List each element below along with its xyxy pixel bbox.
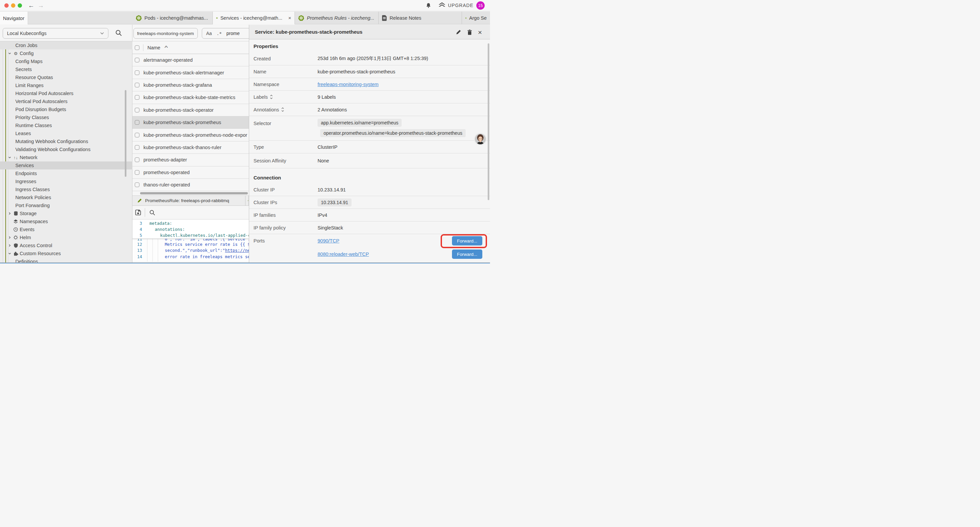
search-icon[interactable] [149, 209, 156, 216]
table-row[interactable]: kube-prometheus-stack-operator [132, 104, 249, 116]
sidebar-scrollbar[interactable] [125, 90, 126, 177]
row-checkbox[interactable] [135, 145, 139, 150]
kubernetes-icon [298, 15, 304, 21]
edit-icon[interactable] [456, 29, 461, 35]
table-row[interactable]: kube-prometheus-stack-kube-state-metrics [132, 91, 249, 104]
sidebar-item-namespaces[interactable]: Namespaces [0, 218, 132, 226]
table-row[interactable]: thanos-ruler-operated [132, 179, 249, 191]
tab-navigator[interactable]: Navigator [0, 12, 28, 24]
forward-button[interactable]: → [38, 2, 44, 10]
name-column-header[interactable]: Name [148, 45, 161, 50]
tab-services[interactable]: Services - icecheng@math... × [213, 12, 295, 24]
table-row-selected[interactable]: kube-prometheus-stack-prometheus [132, 116, 249, 129]
port-link-8080[interactable]: 8080:reloader-web/TCP [318, 252, 369, 257]
sidebar-item-storage[interactable]: Storage [0, 209, 132, 218]
row-checkbox[interactable] [135, 95, 139, 100]
forward-button-9090[interactable]: Forward... [452, 236, 482, 245]
row-checkbox[interactable] [135, 182, 139, 187]
sidebar-item-resource-quotas[interactable]: Resource Quotas [0, 73, 132, 81]
namespace-select[interactable]: freeleaps-monitoring-system [134, 28, 198, 39]
sidebar-item-leases[interactable]: Leases [0, 129, 132, 137]
table-row[interactable]: kube-prometheus-stack-prometheus-node-ex… [132, 129, 249, 141]
notifications-bell-icon[interactable] [426, 3, 431, 9]
sidebar-item-cron-jobs[interactable]: Cron Jobs [0, 41, 132, 49]
property-row-created: Created 253d 16h 6m ago (2025年1月13日 GMT+… [249, 52, 490, 65]
upgrade-button[interactable]: UPGRADE [438, 2, 473, 8]
horizontal-scrollbar[interactable] [140, 192, 248, 194]
sidebar-item-priority-classes[interactable]: Priority Classes [0, 113, 132, 121]
delete-trash-icon[interactable] [467, 29, 473, 35]
property-row-ports: Ports 9090/TCP Forward... 8080:reloader-… [249, 234, 490, 261]
table-row[interactable]: prometheus-operated [132, 166, 249, 179]
expand-updown-icon[interactable] [270, 95, 273, 99]
editor-tab-partial[interactable] [245, 196, 249, 205]
sidebar-item-ingresses[interactable]: Ingresses [0, 177, 132, 185]
tab-pods[interactable]: Pods - icecheng@mathmas... [132, 12, 213, 24]
sidebar-item-horizontal-pod-autoscalers[interactable]: Horizontal Pod Autoscalers [0, 89, 132, 97]
close-icon[interactable]: × [478, 29, 482, 35]
sidebar-item-secrets[interactable]: Secrets [0, 65, 132, 73]
sidebar-item-network[interactable]: ↑↓ Network [0, 153, 132, 161]
save-icon[interactable] [135, 209, 142, 216]
sidebar-item-limit-ranges[interactable]: Limit Ranges [0, 81, 132, 89]
row-checkbox[interactable] [135, 133, 139, 137]
kubeconfig-select[interactable]: Local Kubeconfigs [3, 28, 108, 39]
row-checkbox[interactable] [135, 108, 139, 112]
table-row[interactable]: prometheus-adapter [132, 154, 249, 166]
sidebar-item-runtime-classes[interactable]: Runtime Classes [0, 121, 132, 129]
table-row[interactable]: kube-prometheus-stack-grafana [132, 79, 249, 91]
maximize-window-button[interactable] [18, 3, 22, 8]
close-window-button[interactable] [4, 3, 9, 8]
notification-count-badge[interactable]: 15 [476, 2, 485, 10]
tab-argo[interactable]: Argo Se [462, 12, 490, 24]
table-row[interactable]: kube-prometheus-stack-alertmanager [132, 66, 249, 79]
property-row-selector: Selector app.kubernetes.io/name=promethe… [249, 116, 490, 141]
panel-scrollbar[interactable] [488, 43, 489, 200]
properties-section-heading: Properties [249, 40, 490, 52]
tab-prometheus-rules[interactable]: Prometheus Rules - icecheng... [295, 12, 379, 24]
sidebar-item-vertical-pod-autoscalers[interactable]: Vertical Pod Autoscalers [0, 97, 132, 105]
user-avatar[interactable] [474, 133, 487, 145]
row-checkbox[interactable] [135, 170, 139, 175]
namespace-link[interactable]: freeleaps-monitoring-system [318, 82, 379, 87]
table-row[interactable]: kube-prometheus-stack-thanos-ruler [132, 142, 249, 154]
sidebar-item-helm[interactable]: Helm [0, 234, 132, 242]
sidebar-item-port-forwarding[interactable]: Port Forwarding [0, 201, 132, 209]
sort-ascending-icon[interactable]: ^ [164, 45, 168, 50]
sidebar-item-config-maps[interactable]: Config Maps [0, 57, 132, 65]
row-checkbox[interactable] [135, 158, 139, 162]
port-link-9090[interactable]: 9090/TCP [318, 238, 339, 244]
sidebar-item-mutating-webhook-configurations[interactable]: Mutating Webhook Configurations [0, 137, 132, 145]
select-all-checkbox[interactable] [135, 45, 139, 50]
editor-tab-prometheusrule[interactable]: PrometheusRule: freeleaps-prod-rabbitmq [132, 196, 245, 205]
sidebar-item-access-control[interactable]: Access Control [0, 242, 132, 250]
sidebar-item-validating-webhook-configurations[interactable]: Validating Webhook Configurations [0, 145, 132, 153]
tab-release-notes[interactable]: Release Notes [379, 12, 462, 24]
sidebar-item-events[interactable]: Events [0, 226, 132, 234]
forward-button-8080[interactable]: Forward... [452, 250, 482, 259]
pencil-icon [137, 198, 142, 203]
expand-updown-icon[interactable] [281, 107, 284, 112]
row-checkbox[interactable] [135, 70, 139, 75]
minimize-window-button[interactable] [11, 3, 15, 8]
row-checkbox[interactable] [135, 58, 139, 62]
sidebar-item-pod-disruption-budgets[interactable]: Pod Disruption Budgets [0, 105, 132, 113]
search-icon[interactable] [115, 29, 122, 37]
sidebar-item-network-policies[interactable]: Network Policies [0, 193, 132, 201]
table-row[interactable]: alertmanager-operated [132, 54, 249, 66]
sidebar-item-custom-resources[interactable]: Custom Resources [0, 250, 132, 258]
row-checkbox[interactable] [135, 83, 139, 88]
row-checkbox[interactable] [135, 120, 139, 125]
close-tab-icon[interactable]: × [288, 15, 291, 21]
filter-input[interactable]: Aa .* prome [202, 28, 249, 39]
sidebar-item-endpoints[interactable]: Endpoints [0, 169, 132, 177]
sidebar-item-services[interactable]: Services [0, 161, 132, 169]
back-button[interactable]: ← [28, 2, 34, 10]
sidebar-item-definitions[interactable]: Definitions [0, 258, 132, 263]
yaml-editor[interactable]: 3metadata: 4annotations: 5kubectl.kubern… [132, 219, 249, 261]
regex-toggle[interactable]: .* [216, 31, 222, 36]
gears-icon: ⚙ [13, 51, 18, 56]
sidebar-item-ingress-classes[interactable]: Ingress Classes [0, 185, 132, 193]
match-case-toggle[interactable]: Aa [206, 31, 212, 36]
sidebar-item-config[interactable]: ⚙ Config [0, 49, 132, 57]
